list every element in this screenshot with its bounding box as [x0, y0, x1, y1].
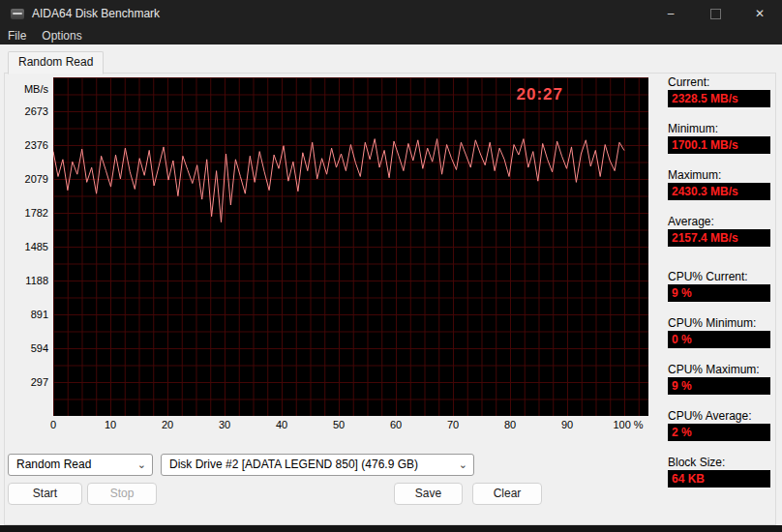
- throughput-line-chart: [53, 77, 648, 416]
- stat-label-current: Current:: [668, 75, 776, 89]
- x-tick: 80: [504, 419, 516, 430]
- start-button[interactable]: Start: [8, 483, 82, 505]
- stat-label-average: Average:: [668, 215, 776, 228]
- close-icon: ✕: [755, 7, 765, 20]
- window-title: AIDA64 Disk Benchmark: [32, 7, 160, 20]
- menu-file[interactable]: File: [0, 27, 34, 44]
- tab-random-read[interactable]: Random Read: [8, 51, 104, 74]
- test-type-value: Random Read: [16, 458, 91, 471]
- x-tick: 100 %: [613, 419, 643, 430]
- benchmark-chart: 20:27: [53, 77, 648, 416]
- stat-label-cpu-minimum: CPU% Minimum:: [668, 316, 776, 330]
- stat-value-minimum: 1700.1 MB/s: [668, 136, 770, 154]
- stat-value-cpu-average: 2 %: [668, 424, 770, 441]
- minimize-icon: –: [668, 7, 675, 20]
- y-tick: 1485: [4, 241, 48, 252]
- stop-button[interactable]: Stop: [87, 483, 157, 505]
- x-tick: 60: [390, 419, 402, 430]
- menu-bar: File Options: [0, 27, 782, 44]
- taskbar-edge: [0, 525, 782, 532]
- chevron-down-icon: ⌄: [137, 455, 146, 474]
- title-bar: AIDA64 Disk Benchmark – ✕: [0, 0, 782, 27]
- stat-label-block-size: Block Size:: [668, 456, 776, 469]
- save-button[interactable]: Save: [394, 483, 463, 505]
- stat-value-cpu-maximum: 9 %: [668, 377, 770, 395]
- stat-value-current: 2328.5 MB/s: [668, 90, 770, 107]
- stat-value-block-size: 64 KB: [668, 470, 770, 488]
- x-tick: 0: [50, 419, 56, 430]
- stat-value-cpu-current: 9 %: [668, 284, 770, 302]
- window-controls: – ✕: [648, 0, 782, 27]
- y-tick: 594: [4, 342, 48, 354]
- stat-label-cpu-current: CPU% Current:: [668, 270, 776, 283]
- test-type-select[interactable]: Random Read ⌄: [8, 454, 153, 476]
- x-tick: 30: [219, 419, 230, 430]
- disk-drive-value: Disk Drive #2 [ADATA LEGEND 850] (476.9 …: [169, 458, 418, 471]
- chevron-down-icon: ⌄: [459, 455, 467, 474]
- stat-value-average: 2157.4 MB/s: [668, 229, 770, 247]
- elapsed-time-label: 20:27: [517, 85, 563, 104]
- minimize-button[interactable]: –: [648, 0, 693, 27]
- stat-label-cpu-maximum: CPU% Maximum:: [668, 363, 776, 376]
- x-tick: 20: [162, 419, 173, 430]
- y-tick: 2079: [4, 173, 48, 185]
- close-button[interactable]: ✕: [737, 0, 782, 27]
- stat-label-maximum: Maximum:: [668, 168, 776, 182]
- menu-options[interactable]: Options: [34, 27, 89, 44]
- x-tick: 90: [561, 419, 573, 430]
- stat-label-minimum: Minimum:: [668, 122, 776, 135]
- y-axis-title: MB/s: [4, 83, 48, 95]
- maximize-icon: [710, 9, 721, 19]
- y-tick: 2376: [4, 139, 48, 151]
- stat-value-maximum: 2430.3 MB/s: [668, 183, 770, 200]
- y-tick: 297: [4, 376, 48, 388]
- app-icon: [11, 9, 24, 19]
- stat-value-cpu-minimum: 0 %: [668, 331, 770, 348]
- y-tick: 891: [4, 309, 48, 320]
- x-tick: 50: [333, 419, 345, 430]
- maximize-button[interactable]: [693, 0, 737, 27]
- disk-drive-select[interactable]: Disk Drive #2 [ADATA LEGEND 850] (476.9 …: [161, 454, 474, 476]
- x-tick: 10: [105, 419, 116, 430]
- y-tick: 1782: [4, 207, 48, 219]
- clear-button[interactable]: Clear: [472, 483, 542, 505]
- stat-label-cpu-average: CPU% Average:: [668, 409, 776, 423]
- x-tick: 70: [447, 419, 459, 430]
- y-tick: 2673: [4, 105, 48, 117]
- x-tick: 40: [276, 419, 287, 430]
- y-tick: 1188: [4, 275, 48, 286]
